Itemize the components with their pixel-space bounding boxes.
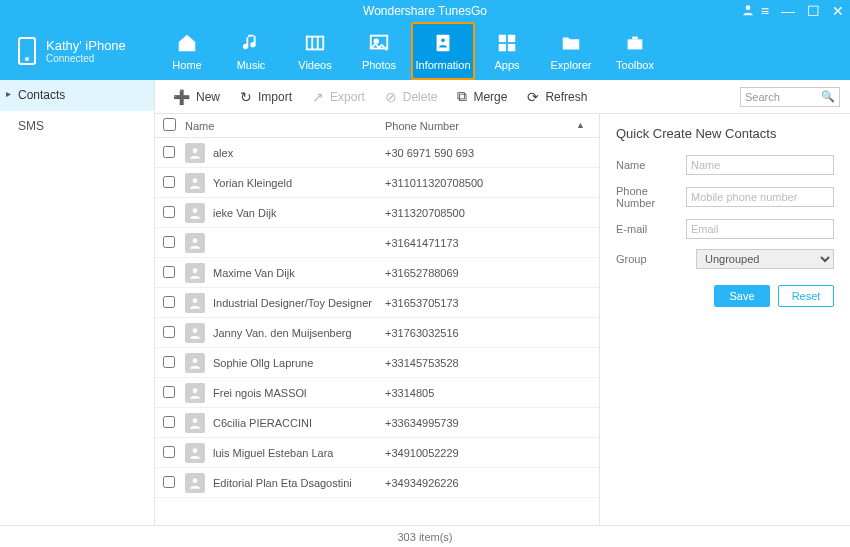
contact-name: Yorian Kleingeld	[213, 177, 385, 189]
table-row[interactable]: Sophie Ollg Laprune+33145753528	[155, 348, 599, 378]
table-row[interactable]: Yorian Kleingeld+311011320708500	[155, 168, 599, 198]
row-checkbox[interactable]	[163, 446, 175, 458]
contact-name: Frei ngois MASSOl	[213, 387, 385, 399]
item-count: 303 item(s)	[397, 531, 452, 543]
table-row[interactable]: Frei ngois MASSOl+3314805	[155, 378, 599, 408]
contact-name: alex	[213, 147, 385, 159]
search-input[interactable]: Search 🔍	[740, 87, 840, 107]
phone-icon	[18, 37, 36, 65]
contact-name: luis Miguel Esteban Lara	[213, 447, 385, 459]
svg-rect-13	[632, 37, 638, 40]
email-field[interactable]	[686, 219, 834, 239]
contact-name: Maxime Van Dijk	[213, 267, 385, 279]
device-panel: Kathy' iPhone Connected	[0, 22, 155, 80]
title-bar: Wondershare TunesGo ≡ — ☐ ✕	[0, 0, 850, 22]
refresh-button[interactable]: ⟳Refresh	[519, 85, 595, 109]
merge-button[interactable]: ⧉Merge	[449, 84, 515, 109]
nav-toolbox[interactable]: Toolbox	[603, 22, 667, 80]
nav-apps[interactable]: Apps	[475, 22, 539, 80]
information-icon	[431, 31, 455, 55]
svg-rect-9	[508, 35, 515, 42]
user-icon[interactable]	[741, 3, 755, 20]
select-all-checkbox[interactable]	[163, 118, 176, 131]
avatar-icon	[185, 173, 205, 193]
sidebar: ContactsSMS	[0, 80, 155, 525]
avatar-icon	[185, 233, 205, 253]
svg-rect-11	[508, 44, 515, 51]
minimize-icon[interactable]: —	[781, 3, 795, 19]
row-checkbox[interactable]	[163, 266, 175, 278]
svg-point-7	[441, 38, 445, 42]
svg-point-17	[193, 238, 198, 243]
column-name[interactable]: Name	[185, 120, 385, 132]
device-name: Kathy' iPhone	[46, 38, 126, 53]
reset-button[interactable]: Reset	[778, 285, 834, 307]
table-row[interactable]: +31641471173	[155, 228, 599, 258]
row-checkbox[interactable]	[163, 476, 175, 488]
table-row[interactable]: ieke Van Dijk+311320708500	[155, 198, 599, 228]
maximize-icon[interactable]: ☐	[807, 3, 820, 19]
row-checkbox[interactable]	[163, 296, 175, 308]
table-row[interactable]: Editorial Plan Eta Dsagostini+3493492622…	[155, 468, 599, 498]
row-checkbox[interactable]	[163, 416, 175, 428]
avatar-icon	[185, 203, 205, 223]
row-checkbox[interactable]	[163, 236, 175, 248]
nav-videos[interactable]: Videos	[283, 22, 347, 80]
export-button: ↗Export	[304, 85, 373, 109]
svg-point-15	[193, 178, 198, 183]
group-select[interactable]: Ungrouped	[696, 249, 834, 269]
save-button[interactable]: Save	[714, 285, 770, 307]
row-checkbox[interactable]	[163, 146, 175, 158]
table-row[interactable]: alex+30 6971 590 693	[155, 138, 599, 168]
phone-field[interactable]	[686, 187, 834, 207]
row-checkbox[interactable]	[163, 326, 175, 338]
avatar-icon	[185, 473, 205, 493]
contact-phone: +30 6971 590 693	[385, 147, 599, 159]
svg-rect-1	[307, 37, 324, 50]
row-checkbox[interactable]	[163, 356, 175, 368]
sidebar-item-contacts[interactable]: Contacts	[0, 80, 154, 111]
sidebar-item-sms[interactable]: SMS	[0, 111, 154, 142]
svg-point-23	[193, 418, 198, 423]
row-checkbox[interactable]	[163, 386, 175, 398]
settings-icon[interactable]: ≡	[761, 3, 769, 19]
contact-phone: +34910052229	[385, 447, 599, 459]
nav-explorer[interactable]: Explorer	[539, 22, 603, 80]
contact-name: ieke Van Dijk	[213, 207, 385, 219]
contact-name: Industrial Designer/Toy Designer	[213, 297, 385, 309]
table-row[interactable]: C6cilia PIERACCINI+33634995739	[155, 408, 599, 438]
contact-phone: +33145753528	[385, 357, 599, 369]
status-bar: 303 item(s)	[0, 525, 850, 547]
table-row[interactable]: Industrial Designer/Toy Designer+3165370…	[155, 288, 599, 318]
nav-home[interactable]: Home	[155, 22, 219, 80]
explorer-icon	[559, 31, 583, 55]
close-icon[interactable]: ✕	[832, 3, 844, 19]
device-status: Connected	[46, 53, 126, 64]
new-button[interactable]: ➕New	[165, 85, 228, 109]
table-row[interactable]: luis Miguel Esteban Lara+34910052229	[155, 438, 599, 468]
name-field[interactable]	[686, 155, 834, 175]
nav-label: Music	[237, 59, 266, 71]
import-icon: ↻	[240, 89, 252, 105]
contact-name: Janny Van. den Muijsenberg	[213, 327, 385, 339]
delete-icon: ⊘	[385, 89, 397, 105]
sort-icon: ▲	[576, 120, 585, 130]
row-checkbox[interactable]	[163, 206, 175, 218]
nav-photos[interactable]: Photos	[347, 22, 411, 80]
contact-phone: +31763032516	[385, 327, 599, 339]
nav-music[interactable]: Music	[219, 22, 283, 80]
avatar-icon	[185, 443, 205, 463]
svg-point-21	[193, 358, 198, 363]
app-title: Wondershare TunesGo	[363, 4, 487, 18]
nav-information[interactable]: Information	[411, 22, 475, 80]
top-bar: Kathy' iPhone Connected HomeMusicVideosP…	[0, 22, 850, 80]
table-row[interactable]: Janny Van. den Muijsenberg+31763032516	[155, 318, 599, 348]
table-row[interactable]: Maxime Van Dijk+31652788069	[155, 258, 599, 288]
nav-label: Toolbox	[616, 59, 654, 71]
svg-point-22	[193, 388, 198, 393]
row-checkbox[interactable]	[163, 176, 175, 188]
apps-icon	[495, 31, 519, 55]
phone-label: Phone Number	[616, 185, 686, 209]
column-phone[interactable]: Phone Number▲	[385, 120, 599, 132]
import-button[interactable]: ↻Import	[232, 85, 300, 109]
